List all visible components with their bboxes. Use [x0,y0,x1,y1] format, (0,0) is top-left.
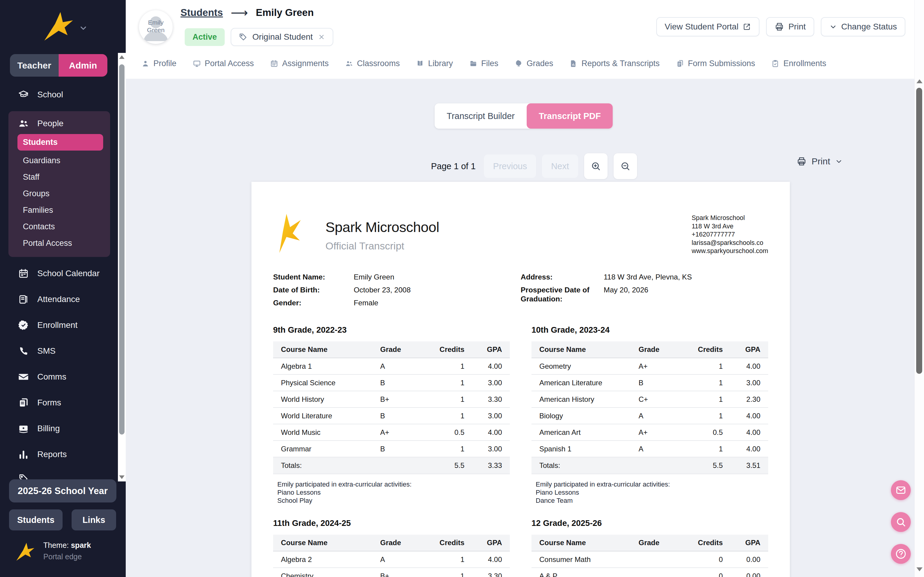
org-switcher-chevron-icon[interactable] [79,23,88,32]
tab-profile[interactable]: Profile [141,59,176,68]
breadcrumb-arrow-icon: ⟶ [231,6,248,19]
sidebar-scroll-down-arrow[interactable] [119,475,124,479]
tab-classrooms[interactable]: Classrooms [345,59,400,68]
content-area: Transcript Builder Transcript PDF Page 1… [126,79,914,577]
tab-transcript-builder[interactable]: Transcript Builder [435,103,527,129]
tab-form-submissions[interactable]: Form Submissions [676,59,755,68]
sidebar-nav: School People Students Guardians Staff G… [0,85,118,486]
tab-files[interactable]: Files [469,59,498,68]
tab-bar: Profile Portal Access Assignments Classr… [141,59,826,68]
sidebar-item-groups[interactable]: Groups [8,185,110,202]
totals-row: Totals:5.53.51 [531,458,768,474]
sidebar-item-school[interactable]: School [0,85,118,104]
sidebar-item-enrollment[interactable]: Enrollment [0,316,118,334]
zoom-out-icon [620,161,631,172]
tab-enrollments[interactable]: Enrollments [771,59,826,68]
tab-library[interactable]: Library [416,59,453,68]
table-row: World HistoryB+13.30 [273,391,510,408]
print-button[interactable]: Print [766,17,814,36]
theme-subtitle: Portal edge [43,552,91,561]
page-scrollbar[interactable] [914,0,924,577]
sidebar-item-students[interactable]: Students [18,134,103,151]
sidebar-item-billing[interactable]: Billing [0,419,118,438]
sidebar-item-families[interactable]: Families [8,202,110,219]
person-icon [141,60,150,68]
contact-email: larissa@sparkschools.co [691,239,768,247]
envelope-icon [18,371,29,382]
links-shortcut-button[interactable]: Links [71,509,116,530]
dob-label: Date of Birth: [273,285,354,295]
tab-grades[interactable]: Grades [515,59,553,68]
book-icon [416,60,424,68]
contact-address: 118 W 3rd Ave [691,222,768,231]
people-section: People Students Guardians Staff Groups F… [8,111,110,257]
pdf-print-control[interactable]: Print [796,156,843,166]
address-label: Address: [521,272,604,282]
header-actions: View Student Portal Print Change Status [656,17,905,36]
school-year-selector[interactable]: 2025-26 School Year [9,479,116,503]
message-fab-button[interactable] [891,480,911,500]
sidebar-item-contacts[interactable]: Contacts [8,219,110,235]
table-row: ChemistryB+13.30 [273,568,510,577]
sidebar-scroll-thumb[interactable] [119,64,124,435]
bar-chart-icon [18,449,29,460]
scroll-thumb[interactable] [916,88,922,374]
grade-section-10th: 10th Grade, 2023-24 Course NameGradeCred… [531,325,768,504]
page-indicator: Page 1 of 1 [431,161,475,171]
students-shortcut-button[interactable]: Students [9,509,63,530]
search-fab-button[interactable] [891,512,911,532]
table-header-row: Course NameGradeCreditsGPA [273,535,510,551]
previous-page-button[interactable]: Previous [484,155,536,178]
sidebar-item-school-calendar[interactable]: School Calendar [0,264,118,283]
tab-reports-transcripts[interactable]: Reports & Transcripts [569,59,660,68]
scroll-up-arrow[interactable] [916,79,922,83]
school-contact-block: Spark Microschool 118 W 3rd Ave +1620777… [691,213,768,257]
tab-transcript-pdf[interactable]: Transcript PDF [527,103,613,129]
table-row: GeometryA+14.00 [531,358,768,375]
sidebar-item-label: Billing [37,424,60,434]
student-tag[interactable]: Original Student [231,28,333,46]
tab-portal-access[interactable]: Portal Access [193,59,254,68]
sidebar-item-sms[interactable]: SMS [0,342,118,360]
change-status-button[interactable]: Change Status [821,17,905,36]
sidebar-item-attendance[interactable]: Attendance [0,290,118,309]
role-toggle-admin[interactable]: Admin [59,54,107,77]
printer-icon [796,156,807,166]
spark-logo-icon[interactable] [43,12,73,40]
zoom-out-button[interactable] [614,153,637,179]
sidebar-item-label: School Calendar [37,269,100,278]
next-page-button[interactable]: Next [542,155,578,178]
scroll-down-arrow[interactable] [916,567,922,571]
zoom-in-icon [590,161,601,172]
breadcrumb-students-link[interactable]: Students [181,7,223,18]
tag-label: Original Student [252,32,313,42]
table-row: BiologyA14.00 [531,408,768,424]
remove-tag-icon[interactable] [318,33,325,41]
transcript-view-toggle: Transcript Builder Transcript PDF [435,103,613,129]
sidebar-item-portal-access[interactable]: Portal Access [8,235,110,251]
sidebar-item-people[interactable]: People [8,114,110,133]
view-student-portal-button[interactable]: View Student Portal [656,17,759,36]
sidebar-item-forms[interactable]: Forms [0,393,118,412]
sidebar-item-comms[interactable]: Comms [0,367,118,386]
table-row: Physical ScienceB13.00 [273,375,510,391]
tab-assignments[interactable]: Assignments [270,59,329,68]
folder-icon [469,60,477,68]
avatar[interactable]: Emily Green [139,10,173,44]
page-title: Emily Green [256,7,314,18]
table-row: American LiteratureB13.00 [531,375,768,391]
sidebar-scroll-up-arrow[interactable] [119,55,124,59]
graduation-value: May 20, 2026 [604,285,648,303]
sidebar-item-guardians[interactable]: Guardians [8,152,110,169]
zoom-in-button[interactable] [584,153,607,179]
transcript-doc-title: Official Transcript [325,240,439,252]
sidebar-item-staff[interactable]: Staff [8,169,110,185]
section-title: 10th Grade, 2023-24 [531,325,768,335]
role-toggle-teacher[interactable]: Teacher [10,54,59,77]
sidebar-scrollbar[interactable] [118,53,126,482]
help-fab-button[interactable] [891,544,911,564]
table-row: American HistoryC+12.30 [531,391,768,408]
address-value: 118 W 3rd Ave, Plevna, KS [604,272,692,282]
totals-row: Totals:5.53.33 [273,458,510,474]
sidebar-item-reports[interactable]: Reports [0,445,118,464]
